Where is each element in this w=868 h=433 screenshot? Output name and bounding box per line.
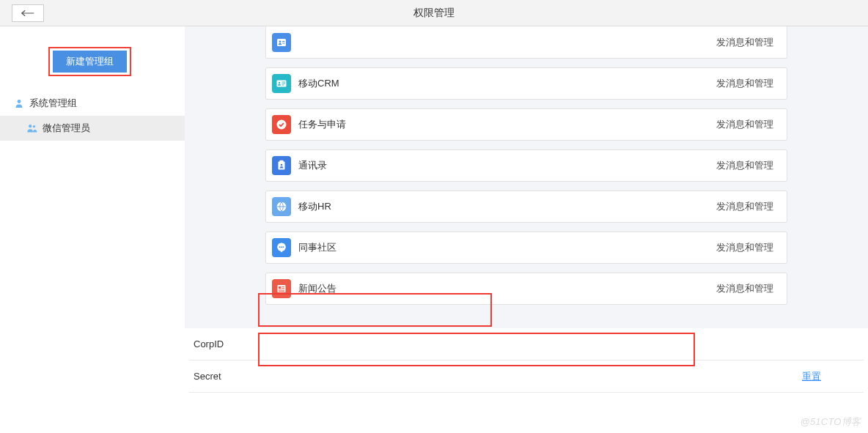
app-permission: 发消息和管理 [716,36,773,49]
svg-rect-5 [282,41,285,42]
app-permission: 发消息和管理 [716,200,773,213]
svg-point-0 [18,100,21,103]
app-permission: 发消息和管理 [716,282,773,295]
svg-rect-10 [282,84,286,84]
reset-link[interactable]: 重置 [802,370,821,383]
app-row[interactable]: 移动HR发消息和管理 [265,190,787,223]
credentials-section: CorpID Secret 重置 [185,328,868,393]
top-bar: 权限管理 [0,0,868,26]
svg-rect-14 [280,160,284,163]
svg-rect-3 [277,39,286,46]
check-circle-icon [272,115,291,134]
svg-rect-26 [279,291,284,292]
svg-rect-24 [282,288,284,289]
svg-point-1 [29,125,32,127]
id-card-icon [272,74,291,93]
chat-icon [272,238,291,257]
app-name: 同事社区 [298,241,336,254]
main-content: 发消息和管理移动CRM发消息和管理任务与申请发消息和管理通讯录发消息和管理移动H… [185,26,868,433]
app-row[interactable]: 移动CRM发消息和管理 [265,67,787,100]
app-permission: 发消息和管理 [716,118,773,131]
svg-rect-22 [279,286,281,289]
sidebar: 新建管理组 系统管理组 微信管理员 [0,26,185,433]
book-icon [272,156,291,175]
svg-point-8 [279,82,280,84]
page-title: 权限管理 [413,7,455,20]
secret-label: Secret [194,371,251,382]
svg-point-4 [279,40,282,42]
svg-point-2 [33,125,35,127]
news-icon [272,279,291,298]
app-row[interactable]: 新闻公告发消息和管理 [265,273,787,305]
watermark: @51CTO博客 [801,415,861,429]
secret-row: Secret 重置 [189,360,864,393]
back-button[interactable] [12,4,44,22]
app-row[interactable]: 任务与申请发消息和管理 [265,108,787,141]
app-name: 通讯录 [298,159,327,172]
svg-rect-25 [279,290,284,291]
highlight-new-group: 新建管理组 [48,47,131,76]
app-name: 新闻公告 [298,282,336,295]
sidebar-item-system-group[interactable]: 系统管理组 [0,91,185,116]
new-group-button[interactable]: 新建管理组 [53,51,127,73]
app-permission: 发消息和管理 [716,159,773,172]
arrow-left-icon [21,9,34,18]
svg-rect-9 [282,82,286,83]
app-name: 移动HR [298,200,331,213]
svg-rect-11 [282,85,284,86]
users-icon [26,122,38,134]
corpid-label: CorpID [194,338,251,349]
svg-rect-23 [282,286,284,287]
app-permission: 发消息和管理 [716,241,773,254]
svg-point-15 [281,164,283,166]
app-name: 任务与申请 [298,118,346,131]
svg-rect-6 [282,42,285,43]
svg-point-19 [281,246,282,248]
app-row[interactable]: 同事社区发消息和管理 [265,232,787,264]
contact-card-icon [272,33,291,52]
app-permission: 发消息和管理 [716,77,773,90]
apps-area: 发消息和管理移动CRM发消息和管理任务与申请发消息和管理通讯录发消息和管理移动H… [185,26,868,328]
app-row[interactable]: 发消息和管理 [265,26,787,59]
svg-point-18 [279,246,281,248]
sidebar-item-wechat-admin[interactable]: 微信管理员 [0,116,185,141]
sidebar-item-label: 微信管理员 [43,122,90,135]
app-name: 移动CRM [298,77,339,90]
globe-icon [272,197,291,216]
sidebar-item-label: 系统管理组 [29,97,77,110]
user-icon [13,97,25,109]
app-row[interactable]: 通讯录发消息和管理 [265,149,787,182]
corpid-row: CorpID [189,328,864,360]
svg-point-20 [283,246,284,248]
